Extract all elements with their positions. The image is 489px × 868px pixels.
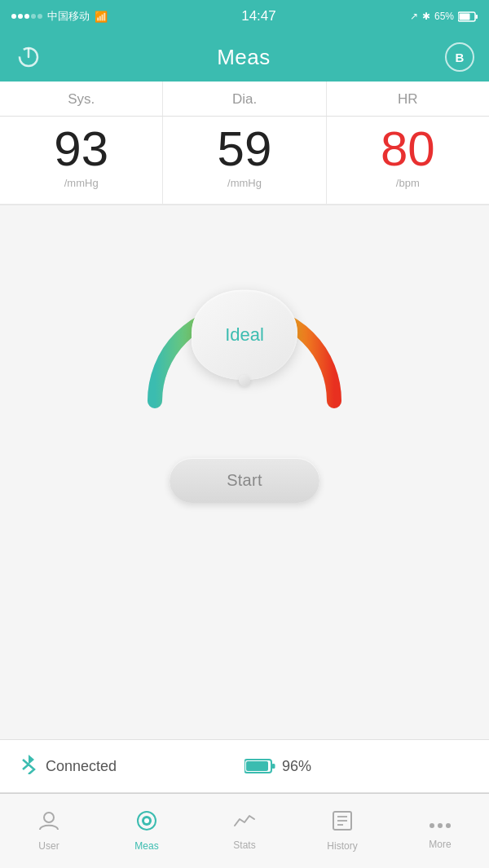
wifi-icon: 📶 (95, 11, 108, 23)
hr-number: 80 (327, 125, 489, 174)
svg-point-13 (144, 818, 149, 823)
status-right: ↗ ✱ 65% (410, 11, 478, 22)
svg-point-18 (430, 823, 434, 828)
hr-label: HR (327, 82, 489, 116)
dot3 (24, 14, 29, 19)
start-button[interactable]: Start (170, 458, 319, 503)
svg-line-6 (23, 764, 29, 769)
gauge-ideal-label: Ideal (225, 324, 264, 346)
svg-rect-2 (459, 13, 469, 20)
tab-meas-label: Meas (134, 840, 158, 852)
battery-pct-status: 65% (434, 11, 454, 22)
device-status: Connected 96% (0, 739, 489, 793)
profile-button[interactable]: B (445, 42, 474, 72)
tab-bar: User Meas Stats (0, 793, 489, 868)
sys-unit: /mmHg (0, 177, 162, 189)
dot4 (31, 14, 36, 19)
tab-stats-label: Stats (233, 839, 255, 851)
dia-number: 59 (163, 125, 325, 174)
start-button-container: Start (170, 458, 319, 503)
svg-point-20 (446, 823, 451, 828)
hr-unit: /bpm (327, 177, 489, 189)
history-icon (332, 810, 353, 836)
location-icon: ↗ (410, 11, 418, 22)
metrics-values: 93 /mmHg 59 /mmHg 80 /bpm (0, 117, 489, 205)
hr-value-cell: 80 /bpm (327, 117, 489, 204)
battery-full-icon (244, 758, 275, 774)
tab-stats[interactable]: Stats (196, 794, 293, 868)
svg-rect-1 (475, 15, 478, 19)
stats-icon (233, 811, 256, 835)
status-time: 14:47 (241, 8, 276, 24)
battery-icon-status (458, 11, 478, 22)
header: Meas B (0, 33, 489, 82)
metrics-header: Sys. Dia. HR (0, 82, 489, 117)
svg-point-10 (44, 813, 54, 822)
meas-icon (136, 810, 157, 836)
carrier-label: 中国移动 (47, 9, 90, 24)
dot1 (11, 14, 16, 19)
battery-percent-label: 96% (282, 758, 311, 775)
dia-unit: /mmHg (163, 177, 325, 189)
svg-rect-9 (246, 761, 268, 771)
sys-value-cell: 93 /mmHg (0, 117, 163, 204)
tab-user-label: User (38, 840, 59, 852)
power-button[interactable] (15, 43, 42, 71)
tab-history[interactable]: History (293, 794, 391, 868)
svg-point-19 (438, 823, 443, 828)
bluetooth-icon: ✱ (422, 11, 430, 22)
dia-value-cell: 59 /mmHg (163, 117, 326, 204)
tab-more[interactable]: More (391, 794, 489, 868)
tab-history-label: History (327, 840, 357, 852)
sys-number: 93 (0, 125, 162, 174)
signal-dots (11, 14, 42, 19)
dot2 (18, 14, 23, 19)
tab-more-label: More (429, 839, 451, 850)
header-title: Meas (42, 45, 445, 70)
dot5 (37, 14, 42, 19)
gauge-bubble: Ideal (192, 290, 297, 380)
status-bar: 中国移动 📶 14:47 ↗ ✱ 65% (0, 0, 489, 33)
sys-label: Sys. (0, 82, 163, 116)
tab-user[interactable]: User (0, 794, 98, 868)
svg-rect-8 (272, 764, 275, 769)
tab-meas[interactable]: Meas (98, 794, 196, 868)
connection-status: Connected (20, 753, 244, 779)
svg-line-5 (23, 760, 29, 764)
battery-status: 96% (244, 758, 469, 775)
connected-label: Connected (46, 758, 117, 775)
main-content: Sys. Dia. HR 93 /mmHg 59 /mmHg 80 /bpm (0, 82, 489, 793)
gauge-section: Ideal Start (0, 205, 489, 739)
user-icon (38, 810, 59, 836)
bluetooth-connected-icon (20, 753, 37, 779)
more-icon (429, 812, 452, 835)
dia-label: Dia. (163, 82, 326, 116)
status-left: 中国移动 📶 (11, 9, 108, 24)
gauge-container: Ideal (122, 230, 367, 425)
